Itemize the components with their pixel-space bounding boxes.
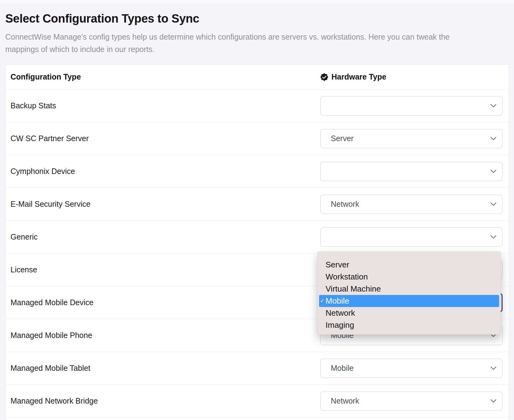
check-icon: ✓	[320, 298, 324, 304]
table-header-row: Configuration Type Hardware Type	[6, 65, 509, 89]
hardware-type-select[interactable]	[320, 162, 503, 181]
badge-check-icon	[320, 73, 328, 81]
config-type-label: Backup Stats	[6, 101, 320, 110]
select-value: Network	[331, 200, 359, 209]
table-row-partial	[6, 418, 509, 420]
config-type-label: License	[6, 265, 320, 274]
select-value: Network	[331, 396, 359, 405]
hardware-type-select[interactable]	[320, 227, 503, 247]
chevron-down-icon	[490, 202, 496, 206]
menu-option-label: Mobile	[326, 296, 349, 306]
top-strip	[0, 0, 514, 4]
hardware-type-select[interactable]: Network	[320, 392, 503, 411]
page: Select Configuration Types to Sync Conne…	[0, 0, 514, 420]
table-row-cymphonix-device: Cymphonix Device	[6, 155, 509, 188]
table-row-managed-network-bridge: Managed Network Bridge Network	[6, 385, 509, 418]
menu-option-imaging[interactable]: Imaging	[317, 319, 501, 331]
config-type-label: Generic	[6, 232, 320, 241]
chevron-down-icon	[490, 366, 496, 370]
menu-option-virtual-machine[interactable]: Virtual Machine	[317, 283, 501, 295]
menu-option-server[interactable]: Server	[317, 259, 501, 271]
hardware-type-select[interactable]: Server	[320, 129, 503, 148]
table-row-backup-stats: Backup Stats	[6, 89, 509, 122]
menu-option-label: Imaging	[326, 320, 354, 330]
page-description: ConnectWise Manage's config types help u…	[5, 31, 478, 55]
config-types-table: Configuration Type Hardware Type Backup …	[5, 64, 509, 420]
config-type-label: Managed Mobile Tablet	[6, 364, 320, 373]
chevron-down-icon	[490, 170, 496, 173]
chevron-down-icon	[490, 104, 496, 108]
select-value: Mobile	[331, 364, 354, 373]
hardware-type-select[interactable]: Mobile	[320, 359, 503, 378]
menu-option-label: Server	[326, 260, 349, 270]
select-value: Server	[331, 134, 354, 143]
table-row-cw-sc-partner-server: CW SC Partner Server Server	[6, 122, 509, 155]
config-type-label: Managed Mobile Device	[6, 298, 320, 307]
hardware-type-dropdown-menu: Server Workstation Virtual Machine ✓ Mob…	[317, 252, 501, 335]
menu-option-network[interactable]: Network	[317, 307, 501, 319]
column-header-configuration-type: Configuration Type	[6, 72, 320, 81]
config-type-label: CW SC Partner Server	[6, 134, 320, 143]
chevron-down-icon	[490, 235, 496, 239]
config-type-label: Managed Mobile Phone	[6, 331, 320, 340]
chevron-down-icon	[490, 399, 496, 403]
menu-option-workstation[interactable]: Workstation	[317, 271, 501, 283]
hardware-type-select[interactable]: Network	[320, 195, 503, 214]
hardware-type-select[interactable]	[320, 96, 503, 115]
column-header-hardware-type: Hardware Type	[320, 72, 386, 81]
table-row-email-security-service: E-Mail Security Service Network	[6, 188, 509, 221]
config-type-label: E-Mail Security Service	[6, 200, 320, 209]
chevron-down-icon	[490, 137, 496, 141]
menu-option-label: Virtual Machine	[326, 284, 381, 294]
table-row-managed-mobile-tablet: Managed Mobile Tablet Mobile	[6, 352, 509, 385]
menu-option-label: Network	[326, 308, 355, 318]
config-type-label: Managed Network Bridge	[6, 396, 320, 405]
menu-option-label: Workstation	[326, 272, 368, 282]
table-row-generic: Generic	[6, 221, 509, 253]
column-header-hardware-type-label: Hardware Type	[331, 72, 386, 81]
config-type-label: Cymphonix Device	[6, 167, 320, 176]
menu-option-mobile-selected[interactable]: ✓ Mobile	[319, 295, 499, 307]
page-title: Select Configuration Types to Sync	[5, 12, 514, 25]
